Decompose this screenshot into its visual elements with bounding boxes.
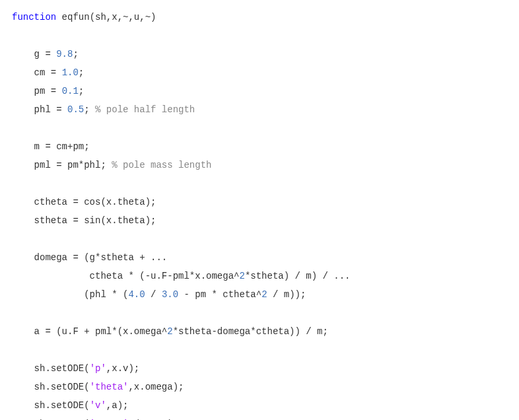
code-text: ,x.v); [106,363,139,374]
code-text: / m)); [267,289,306,300]
number-literal: 4.0 [128,289,145,300]
code-text: ; [73,49,78,59]
number-literal: 2 [261,289,267,300]
comment: % pole mass length [112,160,211,170]
number-literal: 0.5 [67,104,84,115]
code-text: / [145,289,162,300]
number-literal: 9.8 [56,49,73,59]
code-line: a = (u.F + pml*(x.omega^ [12,326,167,337]
code-line: ctheta = cos(x.theta); [12,197,156,207]
comment: % pole half length [95,104,195,115]
code-line: sh.setODE( [12,363,90,374]
code-text: ,x.omega); [128,382,184,392]
code-text: - pm * ctheta^ [178,289,261,300]
number-literal: 2 [239,271,244,281]
code-line: sh.setODE( [12,400,90,411]
code-text: ; [84,104,95,115]
code-line: domega = (g*stheta + ... [12,252,167,263]
number-literal: 0.1 [62,86,79,96]
code-line: m = cm+pm; [12,141,90,152]
code-block: function eqfun(sh,x,~,u,~) g = 9.8; cm =… [12,8,507,420]
number-literal: 1.0 [62,67,79,78]
keyword-function: function [12,12,56,22]
code-text: ; [79,86,84,96]
code-line: pm = [12,86,62,96]
code-line: cm = [12,67,62,78]
code-text: ; [79,67,84,78]
code-line: sh.setODE( [12,382,90,392]
code-line: g = [12,49,56,59]
code-line: ctheta * (-u.F-pml*x.omega^ [12,271,239,281]
code-line: (phl * ( [12,289,128,300]
code-text: ,a); [106,400,129,411]
string-literal: 'p' [90,363,106,374]
signature: eqfun(sh,x,~,u,~) [56,12,156,22]
code-line: phl = [12,104,67,115]
code-text: *stheta) / m) / ... [245,271,351,281]
number-literal: 3.0 [162,289,178,300]
number-literal: 2 [167,326,172,337]
code-text: *stheta-domega*ctheta)) / m; [173,326,328,337]
string-literal: 'v' [90,400,106,411]
code-line: stheta = sin(x.theta); [12,215,156,226]
string-literal: 'theta' [90,382,129,392]
code-line: pml = pm*phl; [12,160,112,170]
